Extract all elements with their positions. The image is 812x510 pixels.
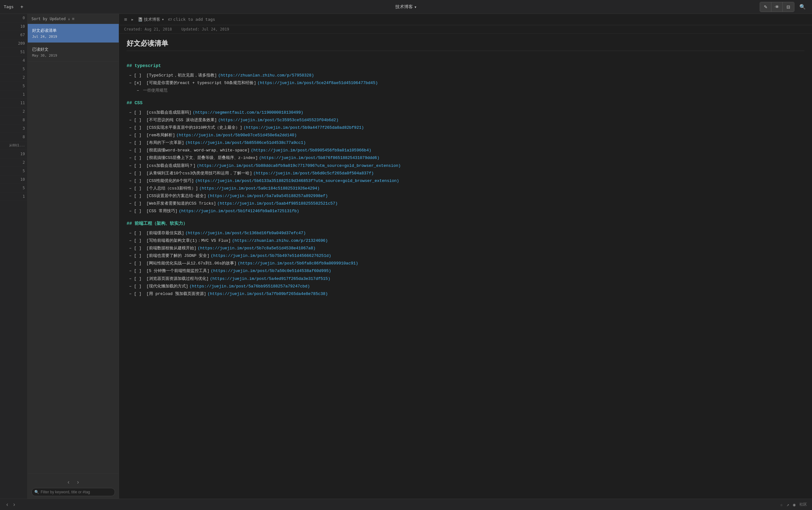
css-item-7: – [ ] [彻底搞懂CSS层叠上下文、层叠等级、层叠顺序、z-index](h… <box>126 154 805 162</box>
css-item-13: – [ ] [Web开发者需要知道的CSS Tricks](https://ju… <box>126 200 805 207</box>
top-bar-right: ✎ 👁 ⊟ 🔍 <box>745 2 808 12</box>
updated-label: Updated: Jul 24, 2019 <box>181 27 229 31</box>
css-item-12: – [ ] [CSS设置居中的方案总结—超全](https://juejin.i… <box>126 192 805 200</box>
note-title-area: 好文必读清单 <box>119 34 812 56</box>
css-item-9: – [ ] [从青铜到王者10个css3伪类使用技巧和运用，了解一哈](http… <box>126 170 805 177</box>
tag-item[interactable]: 5 <box>0 184 27 192</box>
chevron-down-icon: ▾ <box>414 4 417 9</box>
top-bar: Tags + 技术博客 ▾ ✎ 👁 ⊟ 🔍 <box>0 0 812 14</box>
tag-item[interactable]: 5 <box>0 82 27 90</box>
view-toggle-group: ✎ 👁 ⊟ <box>760 2 794 12</box>
tag-item[interactable]: 8 <box>0 133 27 141</box>
fe-item-1: – [ ] [前端缓存最佳实践](https://juejin.im/post/… <box>126 230 805 237</box>
notebook-icon: 📓 <box>138 17 143 22</box>
fe-item-2: – [ ] [写给前端着的架构文章(1)：MVC VS Flux](https:… <box>126 237 805 245</box>
fe-item-6: – [ ] [5 分钟撸一个前端性能监控工具](https://juejin.i… <box>126 267 805 275</box>
tag-item[interactable]: 11 <box>0 99 27 107</box>
css-item-3: – [ ] [CSS实现水平垂直居中的1010种方式（史上最全）](https:… <box>126 124 805 131</box>
note-list-header: Sort by Updated ↓ ≡ <box>28 14 119 24</box>
filter-wrapper: 🔍 <box>31 488 115 496</box>
breadcrumb-chevron: ▾ <box>162 17 164 22</box>
next-button[interactable]: › <box>12 500 17 509</box>
bottom-nav: ‹ › <box>5 500 17 509</box>
prev-button[interactable]: ‹ <box>5 500 9 509</box>
share-icon[interactable]: ↗ <box>786 502 789 507</box>
tag-add-area[interactable]: 🏷 click to add tags <box>168 17 215 22</box>
breadcrumb-notebook-name: 技术博客 <box>144 17 160 22</box>
css-item-4: – [ ] [rem布局解析](https://juejin.im/post/5… <box>126 131 805 139</box>
search-button[interactable]: 🔍 <box>797 2 808 11</box>
fe-item-5: – [ ] [网站性能优化实战——从12.67s到1.06s的故事](https… <box>126 260 805 267</box>
tag-item[interactable]: 5 <box>0 65 27 73</box>
tag-item[interactable]: 19 <box>0 150 27 158</box>
css-item-1: – [ ] [css加载会造成阻塞吗](https://segmentfault… <box>126 109 805 117</box>
tag-item[interactable]: 3 <box>0 124 27 133</box>
notebook-selector[interactable]: 技术博客 ▾ <box>395 4 417 10</box>
sort-options-icon[interactable]: ≡ <box>72 17 75 21</box>
expand-icon: ▸ <box>131 17 134 22</box>
title-divider <box>126 51 805 51</box>
tag-item[interactable]: 从0到1... <box>0 141 27 150</box>
tag-item[interactable]: 0 <box>0 14 27 22</box>
meta-row: Created: Aug 21, 2018 Updated: Jul 24, 2… <box>119 25 812 34</box>
split-mode-button[interactable]: ⊟ <box>783 2 794 12</box>
search-icon: 🔍 <box>800 4 806 9</box>
fe-item-4: – [ ] [前端也需要了解的 JSONP 安全](https://juejin… <box>126 252 805 260</box>
main-area: 0 10 67 209 51 4 5 2 5 1 11 2 8 3 8 从0到1… <box>0 14 812 499</box>
edit-mode-button[interactable]: ✎ <box>760 2 772 12</box>
bottom-icons: ☆ ↗ ◉ 社区 <box>780 502 807 507</box>
top-bar-center: 技术博客 ▾ <box>67 4 745 10</box>
tag-item[interactable]: 10 <box>0 22 27 31</box>
css-item-2: – [ ] [不可思议的纯 CSS 滚动进度条效果](https://jueji… <box>126 117 805 124</box>
bottom-bar: ‹ › ☆ ↗ ◉ 社区 <box>0 499 812 510</box>
tag-item[interactable]: 2 <box>0 107 27 116</box>
tag-item[interactable]: 5 <box>0 167 27 175</box>
css-item-8: – [ ] [css加载会造成阻塞吗？](https://juejin.im/p… <box>126 162 805 170</box>
add-note-button[interactable]: + <box>16 2 27 12</box>
fe-item-3: – [ ] [前端数据校验从建模开始](https://juejin.im/po… <box>126 245 805 252</box>
notebook-title-text: 技术博客 <box>395 4 413 10</box>
fe-item-8: – [ ] [现代化懒加载的方式](https://juejin.im/post… <box>126 283 805 290</box>
star-icon[interactable]: ☆ <box>780 502 783 507</box>
note-item-title-2: 已读好文 <box>32 47 114 52</box>
created-label: Created: Aug 21, 2018 <box>124 27 172 31</box>
menu-icon[interactable]: ≡ <box>124 17 127 22</box>
filter-input[interactable] <box>31 488 115 496</box>
tag-item[interactable]: 1 <box>0 90 27 99</box>
tag-item[interactable]: 51 <box>0 48 27 56</box>
tag-item[interactable]: 67 <box>0 31 27 39</box>
split-icon: ⊟ <box>786 4 790 9</box>
note-content[interactable]: ## typescript – [ ] [TypeScript，初次见面，请多指… <box>119 56 812 499</box>
css-item-10: – [ ] [CSS性能优化的8个技巧](https://juejin.im/p… <box>126 177 805 185</box>
note-title[interactable]: 好文必读清单 <box>126 39 805 48</box>
sort-label[interactable]: Sort by Updated ↓ <box>31 17 70 21</box>
tag-add-label: click to add tags <box>173 17 215 22</box>
breadcrumb-notebook[interactable]: 📓 技术博客 ▾ <box>138 17 164 22</box>
next-note-button[interactable]: › <box>76 478 80 487</box>
community-label[interactable]: 社区 <box>800 502 807 507</box>
note-list: Sort by Updated ↓ ≡ 好文必读清单 Jul 24, 2019 … <box>28 14 119 499</box>
prev-note-button[interactable]: ‹ <box>66 478 71 487</box>
section-frontend-header: ## 前端工程（架构、软实力） <box>126 220 805 228</box>
section-typescript-header: ## typescript <box>126 62 805 70</box>
tag-item[interactable]: 209 <box>0 39 27 48</box>
eye-icon: 👁 <box>775 4 779 9</box>
ts-item-2-sub: – 一些使用规范 <box>126 87 805 94</box>
tag-item[interactable]: 2 <box>0 73 27 82</box>
tag-item[interactable]: 4 <box>0 56 27 65</box>
tag-item[interactable]: 2 <box>0 158 27 167</box>
note-list-footer: ‹ › 🔍 <box>28 474 119 499</box>
preview-mode-button[interactable]: 👁 <box>772 2 783 12</box>
filter-search-icon: 🔍 <box>34 490 39 494</box>
note-items: 好文必读清单 Jul 24, 2019 已读好文 May 30, 2019 <box>28 24 119 474</box>
ts-item-1: – [ ] [TypeScript，初次见面，请多指教](https://zhu… <box>126 72 805 79</box>
note-item-2[interactable]: 已读好文 May 30, 2019 <box>28 43 119 62</box>
note-item-title-1: 好文必读清单 <box>32 28 114 33</box>
editor-area: ≡ ▸ 📓 技术博客 ▾ 🏷 click to add tags Created… <box>119 14 812 499</box>
tag-item[interactable]: 1 <box>0 192 27 201</box>
tags-sidebar: 0 10 67 209 51 4 5 2 5 1 11 2 8 3 8 从0到1… <box>0 14 28 499</box>
tag-item[interactable]: 8 <box>0 116 27 124</box>
tag-item[interactable]: 10 <box>0 175 27 184</box>
community-icon[interactable]: ◉ <box>793 502 795 507</box>
note-item-1[interactable]: 好文必读清单 Jul 24, 2019 <box>28 24 119 43</box>
